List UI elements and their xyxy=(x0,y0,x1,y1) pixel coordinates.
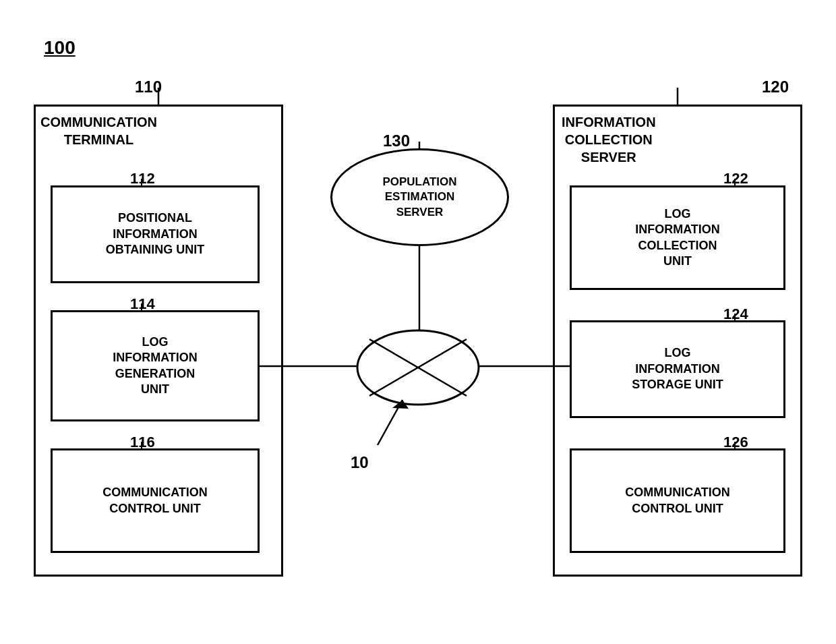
unit-112-text: POSITIONALINFORMATIONOBTAINING UNIT xyxy=(106,210,205,258)
unit-112-box: POSITIONALINFORMATIONOBTAINING UNIT xyxy=(51,185,260,283)
comm-terminal-title: COMMUNICATIONTERMINAL xyxy=(40,113,157,148)
svg-point-0 xyxy=(357,330,479,405)
svg-line-2 xyxy=(369,339,467,396)
pop-server-shape: POPULATIONESTIMATIONSERVER xyxy=(330,148,509,246)
unit-122-text: LOGINFORMATIONCOLLECTIONUNIT xyxy=(635,206,720,270)
pop-server-text: POPULATIONESTIMATIONSERVER xyxy=(382,175,456,219)
unit-124-text: LOGINFORMATIONSTORAGE UNIT xyxy=(632,345,723,392)
unit-122-box: LOGINFORMATIONCOLLECTIONUNIT xyxy=(570,185,785,290)
svg-line-3 xyxy=(378,400,402,445)
diagram: 100 110 COMMUNICATIONTERMINAL 112 POSITI… xyxy=(0,0,836,644)
unit-116-text: COMMUNICATIONCONTROL UNIT xyxy=(102,485,208,517)
unit-114-box: LOGINFORMATIONGENERATIONUNIT xyxy=(51,310,260,421)
info-server-title: INFORMATIONCOLLECTIONSERVER xyxy=(562,113,656,166)
unit-116-box: COMMUNICATIONCONTROL UNIT xyxy=(51,448,260,553)
svg-marker-4 xyxy=(392,400,409,409)
pop-server-label: 130 xyxy=(383,131,410,150)
unit-124-box: LOGINFORMATIONSTORAGE UNIT xyxy=(570,320,785,418)
unit-126-box: COMMUNICATIONCONTROL UNIT xyxy=(570,448,785,553)
svg-line-1 xyxy=(369,339,467,396)
diagram-title: 100 xyxy=(44,37,76,59)
unit-126-text: COMMUNICATIONCONTROL UNIT xyxy=(625,485,730,517)
info-server-label: 120 xyxy=(762,78,789,96)
comm-terminal-label: 110 xyxy=(135,78,162,96)
network-label: 10 xyxy=(351,453,369,472)
unit-114-text: LOGINFORMATIONGENERATIONUNIT xyxy=(113,334,198,398)
